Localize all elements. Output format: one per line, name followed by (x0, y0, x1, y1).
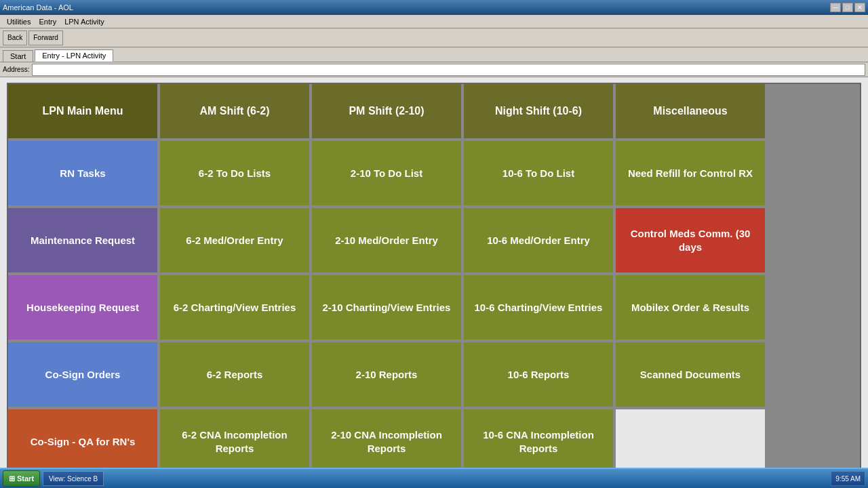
btn-night-med-order[interactable]: 10-6 Med/Order Entry (464, 208, 613, 272)
toolbar: Back Forward (0, 28, 868, 47)
back-button[interactable]: Back (3, 30, 27, 45)
taskbar-right: 9:55 AM (831, 471, 865, 486)
address-input[interactable] (32, 64, 865, 76)
btn-pm-reports[interactable]: 2-10 Reports (312, 342, 461, 407)
header-pm-shift: PM Shift (2-10) (312, 84, 461, 138)
btn-night-charting[interactable]: 10-6 Charting/View Entries (464, 275, 613, 340)
btn-mobilex[interactable]: Mobilex Order & Results (616, 275, 765, 340)
btn-am-reports[interactable]: 6-2 Reports (160, 342, 309, 407)
title-bar: American Data - AOL — □ ✕ (0, 0, 868, 15)
menu-bar: Utilities Entry LPN Activity (0, 15, 868, 28)
tab-bar: Start Entry - LPN Activity (0, 47, 868, 62)
btn-maintenance-request[interactable]: Maintenance Request (8, 208, 157, 272)
cell-empty-misc-5 (616, 409, 765, 474)
main-content: LPN Main Menu AM Shift (6-2) PM Shift (2… (0, 77, 868, 481)
forward-button[interactable]: Forward (28, 30, 63, 45)
taskbar-view-item[interactable]: View: Science B (43, 471, 104, 486)
header-miscellaneous: Miscellaneous (616, 84, 765, 138)
btn-need-refill[interactable]: Need Refill for Control RX (616, 141, 765, 205)
btn-night-todo[interactable]: 10-6 To Do List (464, 141, 613, 205)
btn-housekeeping-request[interactable]: Housekeeping Request (8, 275, 157, 340)
btn-am-todo[interactable]: 6-2 To Do Lists (160, 141, 309, 205)
btn-scanned-documents[interactable]: Scanned Documents (616, 342, 765, 407)
btn-rn-tasks[interactable]: RN Tasks (8, 141, 157, 205)
btn-cosign-qa[interactable]: Co-Sign - QA for RN's (8, 409, 157, 474)
tab-entry-lpn[interactable]: Entry - LPN Activity (35, 49, 113, 62)
btn-am-charting[interactable]: 6-2 Charting/View Entries (160, 275, 309, 340)
menu-lpn-activity[interactable]: LPN Activity (60, 18, 108, 26)
system-clock: 9:55 AM (831, 471, 865, 486)
btn-pm-cna[interactable]: 2-10 CNA Incompletion Reports (312, 409, 461, 474)
maximize-button[interactable]: □ (842, 3, 853, 12)
tab-start[interactable]: Start (3, 50, 33, 62)
windows-icon: ⊞ (9, 474, 15, 483)
taskbar: ⊞ Start View: Science B 9:55 AM (0, 468, 868, 488)
btn-pm-med-order[interactable]: 2-10 Med/Order Entry (312, 208, 461, 272)
header-am-shift: AM Shift (6-2) (160, 84, 309, 138)
btn-pm-todo[interactable]: 2-10 To Do List (312, 141, 461, 205)
menu-grid: LPN Main Menu AM Shift (6-2) PM Shift (2… (7, 83, 861, 475)
header-night-shift: Night Shift (10-6) (464, 84, 613, 138)
minimize-button[interactable]: — (830, 3, 841, 12)
btn-pm-charting[interactable]: 2-10 Charting/View Entries (312, 275, 461, 340)
btn-cosign-orders[interactable]: Co-Sign Orders (8, 342, 157, 407)
btn-am-cna[interactable]: 6-2 CNA Incompletion Reports (160, 409, 309, 474)
btn-control-meds[interactable]: Control Meds Comm. (30 days (616, 208, 765, 272)
close-button[interactable]: ✕ (854, 3, 865, 12)
start-button[interactable]: ⊞ Start (3, 470, 40, 487)
address-bar: Address: (0, 62, 868, 77)
title-buttons: — □ ✕ (830, 3, 865, 12)
btn-night-cna[interactable]: 10-6 CNA Incompletion Reports (464, 409, 613, 474)
menu-utilities[interactable]: Utilities (3, 18, 35, 26)
menu-entry[interactable]: Entry (35, 18, 60, 26)
btn-am-med-order[interactable]: 6-2 Med/Order Entry (160, 208, 309, 272)
header-lpn-main-menu: LPN Main Menu (8, 84, 157, 138)
btn-night-reports[interactable]: 10-6 Reports (464, 342, 613, 407)
address-label: Address: (3, 66, 29, 73)
title-text: American Data - AOL (3, 3, 830, 12)
